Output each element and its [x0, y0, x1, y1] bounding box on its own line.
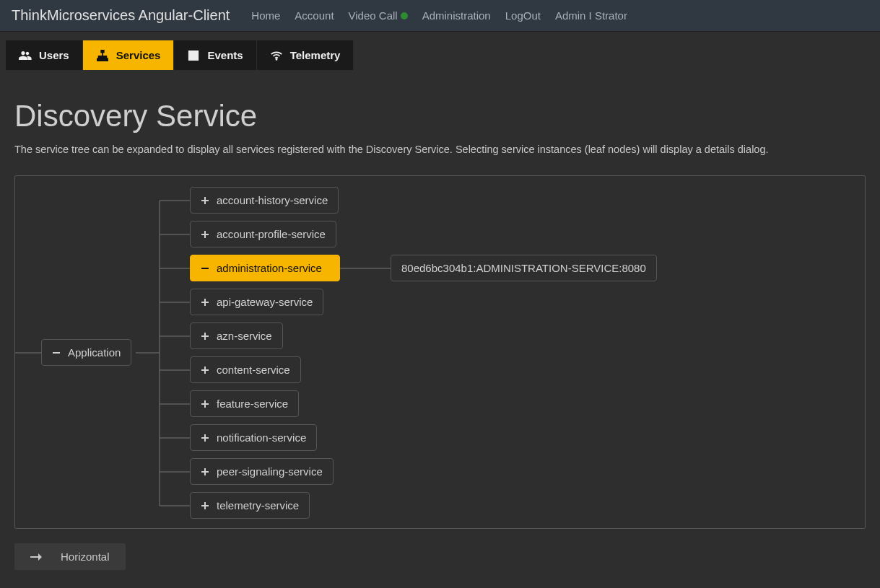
tree-node-service[interactable]: telemetry-service	[190, 492, 310, 519]
tree-node-service[interactable]: peer-signaling-service	[190, 458, 334, 485]
plus-icon	[201, 468, 209, 476]
admin-tabbar: Users Services Events Telemetry	[0, 40, 880, 70]
service-tree-panel: Application account-history-service acco…	[14, 175, 866, 529]
tree-node-service[interactable]: azn-service	[190, 322, 283, 349]
tree-node-root[interactable]: Application	[41, 339, 131, 366]
users-icon	[19, 50, 32, 61]
svg-point-5	[275, 58, 277, 61]
page-content: Discovery Service The service tree can b…	[0, 70, 880, 588]
tree-node-service-selected[interactable]: administration-service	[190, 255, 340, 281]
tree-connectors	[15, 176, 865, 528]
tree-node-service[interactable]: content-service	[190, 356, 301, 383]
svg-rect-31	[201, 369, 209, 371]
tree-node-label: account-history-service	[217, 194, 328, 206]
plus-icon	[201, 332, 209, 341]
wifi-icon	[270, 50, 283, 61]
tree-node-service[interactable]: notification-service	[190, 424, 317, 451]
orientation-toggle-button[interactable]: Horizontal	[14, 543, 126, 570]
tab-events-label: Events	[207, 49, 243, 61]
svg-rect-37	[201, 471, 209, 473]
nav-logout[interactable]: LogOut	[505, 9, 541, 22]
minus-icon	[201, 264, 209, 273]
plus-icon	[201, 196, 209, 205]
tab-services[interactable]: Services	[83, 40, 175, 70]
tab-events[interactable]: Events	[174, 40, 256, 70]
app-brand: ThinkMicroservices Angular-Client	[12, 7, 230, 24]
tree-node-label: feature-service	[217, 398, 288, 410]
tab-users-label: Users	[39, 49, 69, 61]
svg-rect-2	[101, 58, 104, 61]
tree-node-service[interactable]: account-history-service	[190, 187, 339, 214]
top-navbar: ThinkMicroservices Angular-Client Home A…	[0, 0, 880, 32]
online-status-icon	[401, 12, 408, 19]
plus-icon	[201, 298, 209, 307]
tree-node-label: content-service	[217, 364, 290, 376]
svg-rect-4	[189, 51, 198, 53]
tab-telemetry[interactable]: Telemetry	[257, 40, 354, 70]
svg-rect-25	[201, 268, 209, 269]
svg-rect-27	[201, 302, 209, 303]
tree-node-label: administration-service	[217, 262, 322, 274]
tree-node-label: api-gateway-service	[217, 296, 313, 308]
nav-home[interactable]: Home	[251, 9, 280, 22]
tree-node-label: notification-service	[217, 431, 306, 444]
tree-node-root-label: Application	[68, 346, 121, 359]
tree-node-instance[interactable]: 80ed6bc304b1:ADMINISTRATION-SERVICE:8080	[391, 255, 657, 281]
nav-video-call-label: Video Call	[349, 9, 398, 22]
calendar-icon	[187, 50, 200, 61]
nav-account[interactable]: Account	[295, 9, 334, 22]
tree-node-service[interactable]: account-profile-service	[190, 221, 336, 247]
page-description: The service tree can be expanded to disp…	[14, 144, 866, 155]
svg-rect-1	[97, 58, 100, 61]
svg-rect-20	[53, 352, 60, 354]
plus-icon	[201, 501, 209, 510]
tree-node-label: peer-signaling-service	[217, 465, 323, 478]
nav-username[interactable]: Admin I Strator	[555, 9, 627, 22]
svg-rect-29	[201, 335, 209, 337]
tab-services-label: Services	[116, 49, 161, 61]
arrow-right-icon	[30, 552, 42, 562]
svg-rect-22	[201, 200, 209, 201]
svg-rect-33	[201, 403, 209, 405]
svg-rect-24	[201, 234, 209, 235]
tree-node-service[interactable]: api-gateway-service	[190, 289, 323, 315]
tree-node-instance-label: 80ed6bc304b1:ADMINISTRATION-SERVICE:8080	[401, 262, 646, 274]
svg-rect-3	[105, 58, 108, 61]
tree-node-label: account-profile-service	[217, 228, 326, 240]
svg-rect-39	[201, 505, 209, 506]
nav-video-call[interactable]: Video Call	[349, 9, 408, 22]
plus-icon	[201, 230, 209, 239]
tab-users[interactable]: Users	[6, 40, 83, 70]
svg-rect-35	[201, 437, 209, 439]
tree-node-service[interactable]: feature-service	[190, 390, 299, 417]
minus-icon	[52, 348, 61, 357]
plus-icon	[201, 366, 209, 374]
svg-rect-0	[101, 50, 104, 53]
tree-node-label: telemetry-service	[217, 499, 299, 512]
tab-telemetry-label: Telemetry	[290, 49, 341, 61]
sitemap-icon	[96, 50, 109, 61]
plus-icon	[201, 434, 209, 442]
orientation-toggle-label: Horizontal	[61, 550, 110, 563]
plus-icon	[201, 400, 209, 408]
tree-node-label: azn-service	[217, 330, 272, 342]
nav-administration[interactable]: Administration	[422, 9, 491, 22]
page-title: Discovery Service	[14, 99, 866, 133]
